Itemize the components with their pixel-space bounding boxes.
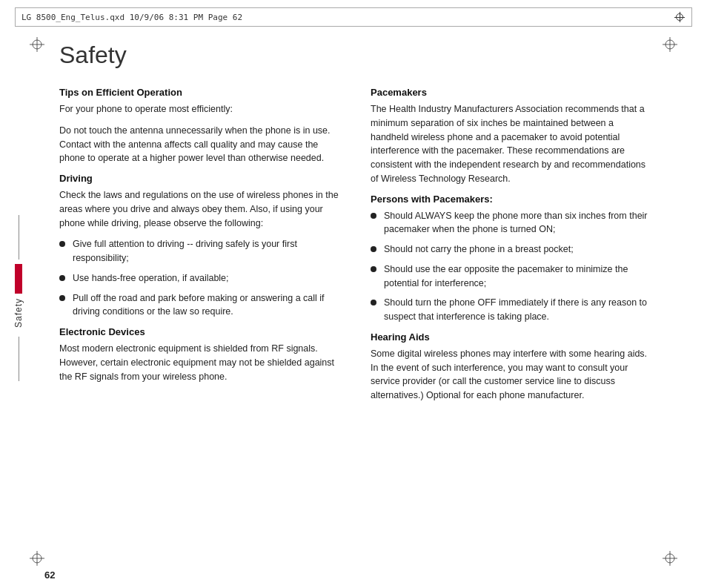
section-driving: Driving Check the laws and regulations o… — [59, 173, 341, 319]
file-info-text: LG 8500_Eng_Telus.qxd 10/9/06 8:31 PM Pa… — [21, 13, 242, 22]
corner-crosshair-top-left — [30, 37, 44, 52]
bullet-icon — [59, 295, 65, 301]
corner-crosshair-top-right — [663, 37, 677, 52]
section-persons-pacemakers-title: Persons with Pacemakers: — [371, 194, 652, 205]
content-area: Safety Tips on Efficient Operation For y… — [0, 27, 707, 425]
bullet-icon — [371, 266, 376, 272]
corner-crosshair-bottom-left — [30, 551, 44, 566]
list-item: Should use the ear opposite the pacemake… — [371, 262, 652, 291]
page-title: Safety — [59, 42, 663, 69]
section-pacemakers-title: Pacemakers — [371, 87, 652, 98]
crosshair-icon — [674, 11, 686, 23]
section-persons-pacemakers: Persons with Pacemakers: Should ALWAYS k… — [371, 194, 652, 324]
list-item: Should turn the phone OFF immediately if… — [371, 296, 652, 324]
bullet-icon — [371, 300, 376, 305]
section-hearing-aids-title: Hearing Aids — [371, 331, 652, 343]
section-tips: Tips on Efficient Operation For your pho… — [59, 87, 341, 165]
file-info-bar: LG 8500_Eng_Telus.qxd 10/9/06 8:31 PM Pa… — [15, 7, 692, 27]
section-hearing-aids: Hearing Aids Some digital wireless phone… — [371, 331, 652, 403]
section-tips-title: Tips on Efficient Operation — [59, 87, 341, 98]
pacemakers-bullet-2: Should not carry the phone in a breast p… — [384, 242, 574, 257]
driving-bullets: Give full attention to driving -- drivin… — [59, 237, 341, 319]
bullet-icon — [371, 246, 376, 252]
list-item: Pull off the road and park before making… — [59, 291, 341, 320]
pacemakers-bullet-3: Should use the ear opposite the pacemake… — [384, 262, 652, 291]
driving-bullet-3: Pull off the road and park before making… — [73, 291, 341, 320]
pacemakers-para-1: The Health Industry Manufacturers Associ… — [371, 102, 652, 186]
list-item: Use hands-free operation, if available; — [59, 271, 341, 285]
right-column: Pacemakers The Health Industry Manufactu… — [371, 87, 652, 410]
two-column-layout: Tips on Efficient Operation For your pho… — [59, 87, 663, 410]
bullet-icon — [371, 213, 376, 219]
section-pacemakers: Pacemakers The Health Industry Manufactu… — [371, 87, 652, 186]
list-item: Should not carry the phone in a breast p… — [371, 242, 652, 257]
pacemakers-bullet-1: Should ALWAYS keep the phone more than s… — [384, 209, 652, 237]
section-electronic: Electronic Devices Most modern electroni… — [59, 326, 341, 383]
list-item: Give full attention to driving -- drivin… — [59, 237, 341, 265]
hearing-aids-para-1: Some digital wireless phones may interfe… — [371, 347, 652, 403]
list-item: Should ALWAYS keep the phone more than s… — [371, 209, 652, 237]
tips-para-2: Do not touch the antenna unnecessarily w… — [59, 124, 341, 165]
page-container: LG 8500_Eng_Telus.qxd 10/9/06 8:31 PM Pa… — [0, 7, 707, 588]
pacemakers-bullets: Should ALWAYS keep the phone more than s… — [371, 209, 652, 324]
driving-para-1: Check the laws and regulations on the us… — [59, 188, 341, 230]
bullet-icon — [59, 241, 65, 247]
driving-bullet-2: Use hands-free operation, if available; — [73, 271, 229, 285]
driving-bullet-1: Give full attention to driving -- drivin… — [73, 237, 341, 265]
section-driving-title: Driving — [59, 173, 341, 184]
pacemakers-bullet-4: Should turn the phone OFF immediately if… — [384, 296, 652, 324]
corner-crosshair-bottom-right — [663, 551, 677, 566]
bullet-icon — [59, 275, 65, 281]
section-electronic-title: Electronic Devices — [59, 326, 341, 337]
page-number: 62 — [44, 569, 55, 581]
tips-para-1: For your phone to operate most efficient… — [59, 102, 341, 116]
left-column: Tips on Efficient Operation For your pho… — [59, 87, 341, 410]
electronic-para-1: Most modern electronic equipment is shie… — [59, 342, 341, 383]
